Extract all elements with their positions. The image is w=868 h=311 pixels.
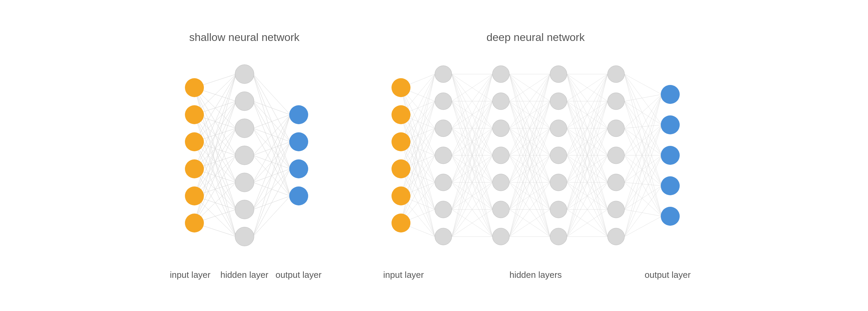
svg-line-270 [624, 125, 662, 128]
shallow-labels: input layer hidden layer output layer [163, 270, 326, 280]
input-node [185, 78, 204, 97]
svg-line-50 [253, 115, 290, 128]
svg-line-285 [624, 125, 662, 209]
hidden-node [235, 227, 254, 246]
deep-h4-node [608, 147, 624, 164]
deep-input-node [391, 78, 410, 97]
deep-input-node [391, 105, 410, 124]
deep-h2-node [492, 201, 509, 218]
svg-line-68 [253, 169, 290, 237]
svg-line-62 [253, 115, 290, 209]
deep-output-node [661, 115, 680, 134]
deep-h3-node [550, 147, 567, 164]
deep-h1-node [435, 120, 452, 137]
deep-h2-node [492, 120, 509, 137]
svg-line-266 [624, 101, 662, 155]
deep-h1-node [435, 174, 452, 191]
deep-h1-node [435, 201, 452, 218]
deep-output-node [661, 207, 680, 226]
svg-line-69 [253, 196, 290, 237]
shallow-diagram [163, 54, 326, 264]
deep-h4-node [608, 228, 624, 245]
hidden-node [235, 119, 254, 138]
deep-h1-node [435, 228, 452, 245]
deep-h1-node [435, 93, 452, 110]
deep-h2-node [492, 147, 509, 164]
output-node [289, 159, 308, 178]
deep-h2-node [492, 93, 509, 110]
deep-input-node [391, 159, 410, 178]
svg-line-58 [253, 115, 290, 182]
deep-h4-node [608, 174, 624, 191]
svg-line-274 [624, 94, 662, 155]
deep-h4-node [608, 201, 624, 218]
deep-input-node [391, 132, 410, 151]
svg-line-261 [624, 74, 662, 155]
deep-h3-node [550, 228, 567, 245]
svg-line-286 [624, 155, 662, 209]
deep-output-node [661, 146, 680, 165]
hidden-node [235, 173, 254, 192]
deep-output-label: output layer [637, 270, 698, 280]
svg-line-46 [253, 101, 290, 115]
deep-h2-node [492, 228, 509, 245]
shallow-hidden-label: hidden layer [217, 270, 272, 280]
deep-labels: input layer hidden layers output layer [366, 270, 705, 280]
input-node [185, 159, 204, 178]
svg-line-280 [624, 125, 662, 182]
deep-h4-node [608, 93, 624, 110]
svg-line-42 [253, 74, 290, 115]
deep-h1-node [435, 66, 452, 83]
hidden-node [235, 92, 254, 111]
svg-line-259 [624, 74, 662, 94]
svg-line-282 [624, 182, 662, 186]
svg-line-268 [624, 101, 662, 216]
svg-line-275 [624, 125, 662, 155]
deep-h2-node [492, 174, 509, 191]
input-node [185, 214, 204, 232]
input-node [185, 186, 204, 205]
svg-line-278 [624, 155, 662, 216]
output-node [289, 186, 308, 205]
deep-h3-node [550, 93, 567, 110]
svg-line-277 [624, 155, 662, 186]
hidden-node [235, 65, 254, 84]
deep-h4-node [608, 66, 624, 83]
shallow-input-label: input layer [163, 270, 217, 280]
shallow-network-container: shallow neural network [163, 31, 326, 280]
deep-network-container: deep neural network [366, 31, 705, 280]
deep-h3-node [550, 174, 567, 191]
deep-title: deep neural network [487, 31, 585, 44]
input-node [185, 132, 204, 151]
deep-output-node [661, 85, 680, 104]
svg-line-265 [624, 101, 662, 125]
deep-input-label: input layer [373, 270, 434, 280]
svg-line-267 [624, 101, 662, 186]
deep-h4-node [608, 120, 624, 137]
deep-diagram [366, 54, 705, 264]
svg-line-287 [624, 186, 662, 209]
deep-h3-node [550, 201, 567, 218]
deep-h2-node [492, 66, 509, 83]
shallow-svg [163, 54, 326, 264]
svg-line-291 [624, 155, 662, 237]
main-container: shallow neural network [150, 24, 719, 287]
hidden-node [235, 200, 254, 219]
svg-line-67 [253, 142, 290, 237]
svg-line-66 [253, 115, 290, 237]
deep-svg [366, 54, 705, 264]
deep-output-node [661, 176, 680, 195]
deep-hidden-label: hidden layers [434, 270, 637, 280]
svg-line-284 [624, 94, 662, 209]
svg-line-293 [624, 216, 662, 237]
shallow-output-label: output layer [272, 270, 326, 280]
output-node [289, 105, 308, 124]
output-node [289, 132, 308, 151]
svg-line-54 [253, 115, 290, 155]
shallow-title: shallow neural network [189, 31, 300, 44]
deep-input-node [391, 214, 410, 232]
input-node [185, 105, 204, 124]
deep-input-node [391, 186, 410, 205]
hidden-node [235, 146, 254, 165]
deep-h3-node [550, 120, 567, 137]
